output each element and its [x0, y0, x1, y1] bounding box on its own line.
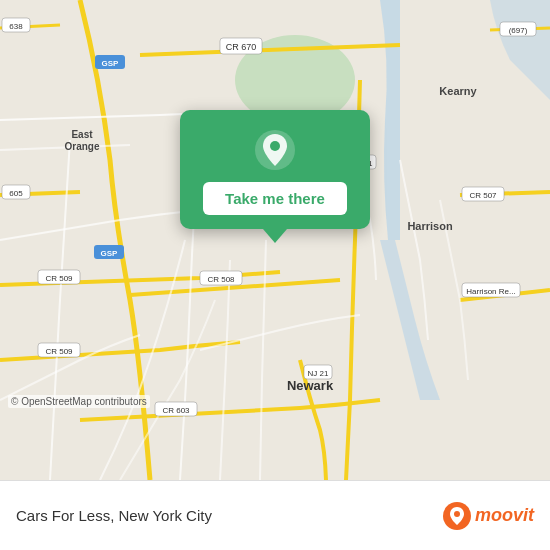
bottom-bar: Cars For Less, New York City moovit — [0, 480, 550, 550]
svg-text:GSP: GSP — [101, 249, 119, 258]
take-me-there-button[interactable]: Take me there — [203, 182, 347, 215]
moovit-text: moovit — [475, 505, 534, 526]
location-pin-icon — [253, 128, 297, 172]
svg-text:Newark: Newark — [287, 378, 334, 393]
map-container: CR 670 GSP 638 (697) 605 CR 509 CR 508 N… — [0, 0, 550, 480]
svg-point-36 — [270, 141, 280, 151]
moovit-icon — [443, 502, 471, 530]
svg-text:Harrison: Harrison — [407, 220, 453, 232]
svg-text:CR 508: CR 508 — [207, 275, 235, 284]
svg-text:GSP: GSP — [102, 59, 120, 68]
svg-text:CR 509: CR 509 — [45, 347, 73, 356]
svg-text:CR 507: CR 507 — [469, 191, 497, 200]
svg-text:Kearny: Kearny — [439, 85, 477, 97]
svg-text:East: East — [71, 129, 93, 140]
popup-card: Take me there — [180, 110, 370, 229]
svg-point-37 — [454, 511, 460, 517]
map-attribution: © OpenStreetMap contributors — [8, 395, 150, 408]
svg-text:Orange: Orange — [64, 141, 99, 152]
svg-text:NJ 21: NJ 21 — [308, 369, 329, 378]
svg-text:CR 603: CR 603 — [162, 406, 190, 415]
svg-text:Harrison Re...: Harrison Re... — [466, 287, 515, 296]
svg-text:638: 638 — [9, 22, 23, 31]
svg-text:(697): (697) — [509, 26, 528, 35]
moovit-logo[interactable]: moovit — [443, 502, 534, 530]
svg-text:CR 670: CR 670 — [226, 42, 257, 52]
svg-text:605: 605 — [9, 189, 23, 198]
svg-text:CR 509: CR 509 — [45, 274, 73, 283]
location-label: Cars For Less, New York City — [16, 507, 212, 524]
